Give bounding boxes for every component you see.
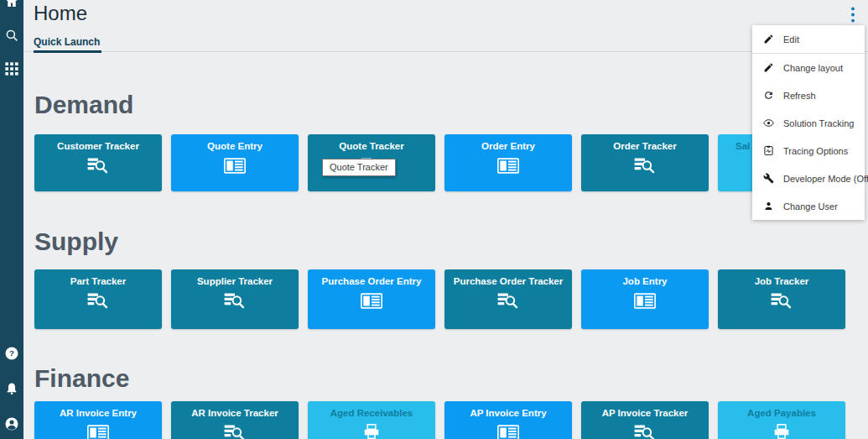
search-icon[interactable] xyxy=(4,28,19,43)
tile-purchase-order-tracker[interactable]: Purchase Order Tracker xyxy=(444,269,572,329)
tile-job-entry[interactable]: Job Entry xyxy=(581,269,709,329)
tile-label: Purchase Order Entry xyxy=(308,275,435,287)
tile-aged-receivables[interactable]: Aged Receivables xyxy=(308,401,435,439)
menu-item-solution-tracking[interactable]: Solution Tracking xyxy=(752,109,865,137)
tab-bar: Quick Launch xyxy=(23,34,868,52)
tile-ap-invoice-entry[interactable]: AP Invoice Entry xyxy=(444,401,572,439)
kebab-icon xyxy=(850,7,855,23)
rail-bottom-icons: ? xyxy=(4,326,19,439)
tile-part-tracker[interactable]: Part Tracker xyxy=(34,269,162,329)
tile-purchase-order-entry[interactable]: Purchase Order Entry xyxy=(308,269,435,329)
entry-icon xyxy=(497,424,519,439)
tile-label: AR Invoice Tracker xyxy=(171,407,299,419)
tile-label: Job Tracker xyxy=(718,275,845,287)
section-title-finance: Finance xyxy=(34,364,129,394)
tile-label: Purchase Order Tracker xyxy=(444,275,572,287)
menu-item-edit[interactable]: Edit xyxy=(752,25,865,54)
tile-supplier-tracker[interactable]: Supplier Tracker xyxy=(171,269,299,329)
menu-item-label: Developer Mode (Off) xyxy=(783,174,868,184)
rail-top-icons xyxy=(4,0,19,76)
tile-label: Quote Tracker xyxy=(308,140,435,152)
page-title: Home xyxy=(34,2,87,25)
section-title-demand: Demand xyxy=(34,91,133,120)
tile-label: Customer Tracker xyxy=(34,140,162,152)
report-icon xyxy=(771,424,793,439)
overflow-menu: EditChange layoutRefreshSolution Trackin… xyxy=(752,25,865,220)
tracker-icon xyxy=(634,157,656,175)
tile-ar-invoice-entry[interactable]: AR Invoice Entry xyxy=(34,401,162,439)
tile-label: Quote Entry xyxy=(171,140,299,152)
svg-text:?: ? xyxy=(9,348,14,358)
tracker-icon xyxy=(87,157,109,175)
menu-item-label: Edit xyxy=(783,34,799,44)
entry-icon xyxy=(361,292,382,310)
refresh-icon xyxy=(763,90,774,101)
menu-item-label: Tracing Options xyxy=(783,146,848,156)
tracker-icon xyxy=(497,292,519,310)
menu-item-developer-mode-off[interactable]: Developer Mode (Off) xyxy=(752,165,865,192)
tile-label: AP Invoice Tracker xyxy=(581,407,709,419)
tracker-icon xyxy=(87,292,109,310)
tracing-icon xyxy=(763,145,774,156)
tracker-icon xyxy=(771,292,793,310)
eye-icon xyxy=(763,118,774,128)
tile-ap-invoice-tracker[interactable]: AP Invoice Tracker xyxy=(581,401,709,439)
tile-label: Supplier Tracker xyxy=(171,275,299,287)
left-rail: ? xyxy=(0,0,23,439)
menu-item-change-layout[interactable]: Change layout xyxy=(752,54,865,81)
entry-icon xyxy=(634,292,656,310)
home-icon[interactable] xyxy=(4,0,19,9)
tile-row-supply: Part TrackerSupplier TrackerPurchase Ord… xyxy=(34,269,845,329)
menu-item-refresh[interactable]: Refresh xyxy=(752,81,865,109)
menu-item-label: Change User xyxy=(783,201,838,212)
menu-item-label: Solution Tracking xyxy=(783,118,854,128)
tile-label: Job Entry xyxy=(581,275,709,287)
apps-icon[interactable] xyxy=(4,61,19,76)
menu-item-label: Refresh xyxy=(783,91,816,101)
tile-label: Aged Payables xyxy=(718,407,845,419)
user-icon xyxy=(763,201,774,212)
tracker-icon xyxy=(634,424,656,439)
menu-item-tracing-options[interactable]: Tracing Options xyxy=(752,137,865,165)
entry-icon xyxy=(87,424,109,439)
overflow-menu-button[interactable] xyxy=(844,4,862,24)
tile-label: AP Invoice Entry xyxy=(444,407,572,419)
tile-label: Aged Receivables xyxy=(308,407,435,419)
tab-quick-launch[interactable]: Quick Launch xyxy=(34,34,101,53)
tile-row-finance: AR Invoice EntryAR Invoice TrackerAged R… xyxy=(34,401,845,439)
tracker-icon xyxy=(224,292,246,310)
tile-label: Part Tracker xyxy=(34,275,162,287)
account-icon[interactable] xyxy=(4,416,19,431)
tile-label: Order Entry xyxy=(444,140,572,152)
menu-item-change-user[interactable]: Change User xyxy=(752,192,865,220)
tracker-icon xyxy=(224,424,246,439)
tile-job-tracker[interactable]: Job Tracker xyxy=(718,269,845,329)
pencil-icon xyxy=(763,62,774,73)
tile-customer-tracker[interactable]: Customer Tracker xyxy=(34,134,162,191)
menu-item-label: Change layout xyxy=(783,63,843,73)
report-icon xyxy=(361,424,382,439)
tile-ar-invoice-tracker[interactable]: AR Invoice Tracker xyxy=(171,401,299,439)
help-icon[interactable]: ? xyxy=(4,346,19,361)
tile-order-tracker[interactable]: Order Tracker xyxy=(581,134,709,191)
tile-label: AR Invoice Entry xyxy=(34,407,162,419)
notifications-icon[interactable] xyxy=(4,381,19,396)
tile-order-entry[interactable]: Order Entry xyxy=(444,134,572,191)
tile-aged-payables[interactable]: Aged Payables xyxy=(718,401,845,439)
entry-icon xyxy=(224,157,246,175)
tile-row-demand: Customer TrackerQuote EntryQuote Tracker… xyxy=(34,134,845,191)
tooltip: Quote Tracker xyxy=(322,159,396,176)
wrench-icon xyxy=(763,173,774,184)
tile-label: Order Tracker xyxy=(581,140,709,152)
pencil-icon xyxy=(763,34,774,44)
section-title-supply: Supply xyxy=(34,227,118,257)
tile-quote-entry[interactable]: Quote Entry xyxy=(171,134,299,191)
entry-icon xyxy=(497,157,519,175)
